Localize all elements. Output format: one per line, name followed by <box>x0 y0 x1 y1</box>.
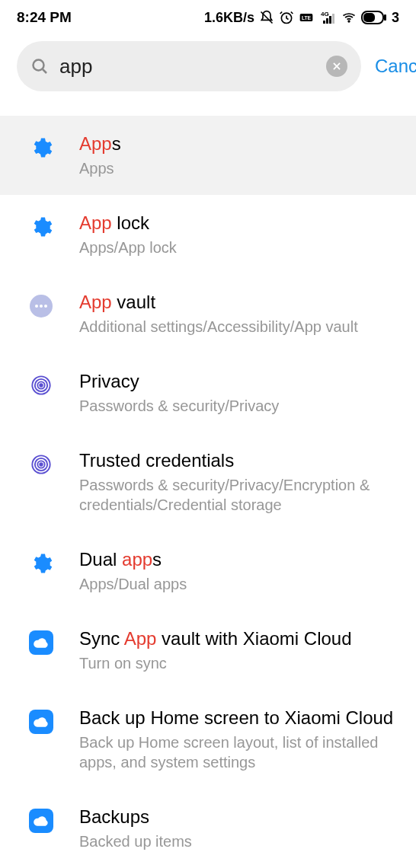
search-result-item[interactable]: Trusted credentialsPasswords & security/… <box>0 432 416 531</box>
result-subtitle: Passwords & security/Privacy/Encryption … <box>79 475 408 515</box>
search-results-list: AppsAppsApp lockApps/App lockApp vaultAd… <box>0 116 416 868</box>
result-title: App vault <box>79 291 408 314</box>
alarm-icon <box>279 10 294 25</box>
svg-point-18 <box>40 305 43 308</box>
battery-icon <box>361 11 387 24</box>
status-net-speed: 1.6KB/s <box>204 10 254 26</box>
search-result-item[interactable]: Back up Home screen to Xiaomi CloudBack … <box>0 690 416 789</box>
svg-rect-7 <box>329 16 331 24</box>
signal-icon: 4G <box>318 10 337 25</box>
result-title: App lock <box>79 212 408 235</box>
search-result-item[interactable]: AppsApps <box>0 116 416 195</box>
fingerprint-icon <box>30 454 52 475</box>
wifi-icon <box>341 10 357 25</box>
status-bar: 8:24 PM 1.6KB/s LTE 4G 3 <box>0 0 416 30</box>
svg-rect-6 <box>326 18 328 24</box>
clear-search-button[interactable] <box>326 56 347 77</box>
result-title: Sync App vault with Xiaomi Cloud <box>79 627 408 650</box>
svg-text:4G: 4G <box>321 11 329 18</box>
search-result-item[interactable]: BackupsBacked up items <box>0 789 416 868</box>
search-row: Cancel <box>0 30 416 102</box>
cloud-icon <box>29 630 53 655</box>
volte-icon: LTE <box>299 10 314 25</box>
search-result-item[interactable]: Sync App vault with Xiaomi CloudTurn on … <box>0 611 416 690</box>
result-subtitle: Apps <box>79 158 408 178</box>
gear-icon <box>30 136 53 159</box>
result-title: Privacy <box>79 370 408 393</box>
status-time: 8:24 PM <box>17 9 72 26</box>
result-title: Apps <box>79 132 408 155</box>
dots-icon <box>30 295 53 318</box>
svg-point-17 <box>35 305 38 308</box>
cancel-button[interactable]: Cancel <box>375 56 416 77</box>
svg-line-14 <box>43 69 46 73</box>
gear-icon <box>30 552 53 575</box>
result-subtitle: Turn on sync <box>79 653 408 673</box>
search-icon <box>30 57 49 75</box>
result-subtitle: Passwords & security/Privacy <box>79 396 408 416</box>
result-subtitle: Backed up items <box>79 831 408 851</box>
fingerprint-icon <box>30 375 52 396</box>
search-result-item[interactable]: App lockApps/App lock <box>0 195 416 274</box>
cloud-icon <box>29 710 53 734</box>
battery-text: 3 <box>392 10 399 26</box>
svg-point-23 <box>40 384 43 387</box>
search-field[interactable] <box>17 41 361 91</box>
svg-text:LTE: LTE <box>302 15 312 21</box>
cloud-icon <box>29 809 53 833</box>
result-title: Dual apps <box>79 548 408 571</box>
search-input[interactable] <box>59 55 315 78</box>
search-result-item[interactable]: PrivacyPasswords & security/Privacy <box>0 353 416 432</box>
svg-rect-8 <box>332 14 334 24</box>
dnd-icon <box>259 10 274 25</box>
result-subtitle: Additional settings/Accessibility/App va… <box>79 317 408 337</box>
result-subtitle: Apps/App lock <box>79 238 408 257</box>
svg-rect-5 <box>323 21 325 24</box>
search-result-item[interactable]: Dual appsApps/Dual apps <box>0 531 416 611</box>
result-subtitle: Apps/Dual apps <box>79 574 408 594</box>
svg-point-19 <box>44 305 47 308</box>
status-right: 1.6KB/s LTE 4G 3 <box>204 10 399 26</box>
result-title: Backups <box>79 806 408 828</box>
gear-icon <box>30 215 53 238</box>
svg-rect-11 <box>363 13 375 22</box>
search-result-item[interactable]: App vaultAdditional settings/Accessibili… <box>0 274 416 353</box>
svg-rect-12 <box>384 14 386 21</box>
result-title: Back up Home screen to Xiaomi Cloud <box>79 707 408 729</box>
svg-point-9 <box>348 21 350 22</box>
result-subtitle: Back up Home screen layout, list of inst… <box>79 732 408 772</box>
svg-point-27 <box>40 463 43 466</box>
result-title: Trusted credentials <box>79 449 408 472</box>
svg-point-13 <box>34 60 44 71</box>
